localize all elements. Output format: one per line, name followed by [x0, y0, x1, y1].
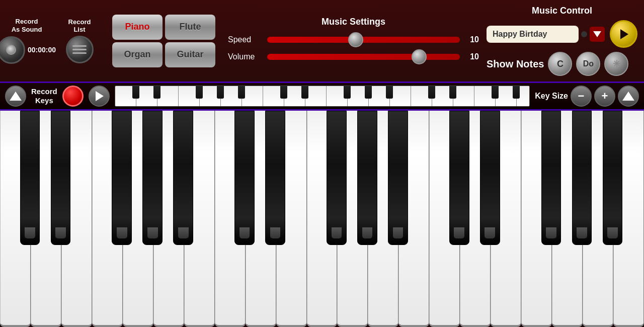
black-key[interactable]: [480, 111, 500, 245]
instrument-flute-button[interactable]: Flute: [165, 15, 215, 40]
record-keys-label: Record Keys: [31, 87, 57, 105]
main-piano: [0, 111, 644, 327]
key-size-label: Key Size: [535, 92, 568, 101]
key-size-decrease-button[interactable]: −: [571, 86, 592, 107]
list-icon: [68, 41, 91, 58]
speed-slider-container: [267, 34, 460, 46]
black-key[interactable]: [603, 111, 623, 245]
note-extra-icon: ✳: [613, 58, 620, 69]
volume-value: 10: [464, 52, 479, 61]
black-key[interactable]: [572, 111, 592, 245]
volume-row: Volume 10: [228, 51, 479, 63]
instrument-row: Piano Flute: [112, 15, 215, 40]
rk-label-1: Record: [31, 87, 57, 96]
speed-label: Speed: [228, 35, 263, 44]
black-key[interactable]: [112, 111, 132, 245]
note-c-button[interactable]: C: [548, 52, 572, 76]
song-dot-indicator: [581, 31, 587, 37]
black-key[interactable]: [327, 111, 347, 245]
song-dropdown-button[interactable]: [590, 27, 605, 42]
black-key[interactable]: [388, 111, 408, 245]
music-settings-section: Music Settings Speed 10 Volume 10: [223, 14, 484, 68]
record-keys-play-button[interactable]: [89, 86, 110, 107]
black-key[interactable]: [51, 111, 71, 245]
music-control-section: Music Control Happy Birtday Show Notes C…: [484, 3, 640, 78]
record-as-sound-section: Record As Sound 00:00:00: [4, 18, 49, 63]
record-list-label-1: Record: [68, 18, 91, 26]
key-size-up-button[interactable]: [618, 86, 639, 107]
chevron-down-icon: [593, 31, 601, 37]
speed-slider-knob[interactable]: [348, 32, 363, 47]
record-label-1: Record: [16, 18, 38, 25]
play-icon: [620, 29, 628, 39]
instrument-row-2: Organ Guitar: [112, 42, 215, 67]
show-notes-label: Show Notes: [487, 58, 544, 70]
record-list-button[interactable]: [66, 36, 94, 63]
record-knob-inner: [6, 45, 16, 55]
music-play-button[interactable]: [610, 20, 637, 48]
black-key[interactable]: [357, 111, 377, 245]
black-key[interactable]: [541, 111, 561, 245]
timer-display: 00:00:00: [28, 46, 56, 54]
key-size-section: Key Size − +: [535, 86, 639, 107]
instrument-piano-button[interactable]: Piano: [112, 15, 163, 40]
record-list-label-2: List: [73, 26, 85, 33]
record-keys-up-button[interactable]: [5, 86, 26, 107]
instrument-organ-button[interactable]: Organ: [112, 42, 163, 67]
record-keys-record-button[interactable]: [62, 86, 84, 107]
top-bar: Record As Sound 00:00:00 Record List Pia…: [0, 0, 644, 83]
black-key[interactable]: [20, 111, 40, 245]
black-key[interactable]: [234, 111, 255, 245]
record-as-sound-button[interactable]: [0, 36, 25, 64]
rk-label-2: Keys: [35, 96, 53, 105]
show-notes-row: Show Notes C Do ✳: [487, 52, 637, 76]
mini-piano-strip: [115, 86, 530, 107]
song-name-display: Happy Birtday: [487, 26, 579, 43]
volume-label: Volume: [228, 52, 263, 61]
volume-slider-knob[interactable]: [412, 49, 427, 64]
up-arrow-icon: [10, 92, 22, 101]
black-key[interactable]: [142, 111, 163, 245]
record-list-section: Record List: [54, 18, 105, 63]
volume-slider-container: [267, 51, 460, 63]
black-key[interactable]: [449, 111, 469, 245]
speed-value: 10: [464, 35, 479, 44]
play-icon-keys: [96, 91, 104, 101]
key-size-increase-button[interactable]: +: [594, 86, 615, 107]
speed-slider-track: [267, 37, 460, 43]
record-sound-row: 00:00:00: [0, 36, 56, 64]
speed-row: Speed 10: [228, 34, 479, 46]
record-label-2: As Sound: [12, 26, 42, 33]
note-extra-button[interactable]: ✳: [604, 52, 628, 76]
volume-slider-track: [267, 54, 460, 60]
music-settings-title: Music Settings: [321, 17, 385, 27]
black-key[interactable]: [173, 111, 193, 245]
record-list-label: Record List: [68, 18, 91, 33]
note-do-button[interactable]: Do: [576, 52, 600, 76]
note-c-label: C: [557, 59, 564, 69]
record-as-sound-label: Record As Sound: [12, 18, 42, 33]
black-key[interactable]: [265, 111, 285, 245]
record-keys-bar: Record Keys Key Size − +: [0, 83, 644, 111]
music-control-title: Music Control: [532, 6, 592, 16]
key-size-up-icon: [622, 92, 634, 101]
instrument-buttons: Piano Flute Organ Guitar: [112, 15, 215, 67]
song-selector-row: Happy Birtday: [487, 20, 637, 48]
instrument-guitar-button[interactable]: Guitar: [165, 42, 215, 67]
note-do-label: Do: [583, 59, 594, 68]
